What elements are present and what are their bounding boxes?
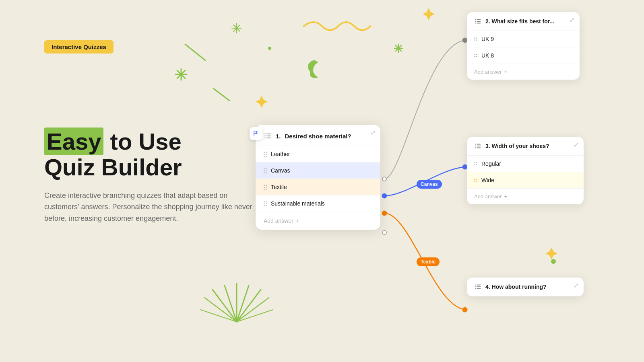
svg-rect-54 xyxy=(475,288,476,289)
hero-highlight: Easy xyxy=(44,128,103,155)
add-icon-q2: + xyxy=(504,69,508,75)
answer-leather-wrapper: Leather xyxy=(256,146,380,162)
expand-button[interactable]: ⤢ xyxy=(370,129,376,136)
add-answer-q3[interactable]: Add answer + xyxy=(467,189,584,204)
svg-line-9 xyxy=(185,44,205,60)
add-icon-q3: + xyxy=(504,193,508,200)
list-icon-q2 xyxy=(474,18,481,25)
panel-answer-wide[interactable]: Wide xyxy=(467,172,584,189)
svg-rect-44 xyxy=(475,144,476,145)
svg-rect-34 xyxy=(264,136,266,136)
quiz-card-header: 1. Desired shoe material? xyxy=(256,125,380,146)
add-answer-main[interactable]: Add answer + xyxy=(256,212,380,230)
textile-connection-label: Textile xyxy=(417,257,440,266)
svg-line-23 xyxy=(237,310,273,322)
panel-question-2: 2. What size fits best for... xyxy=(485,18,554,25)
svg-line-21 xyxy=(237,298,269,322)
add-answer-q3-label: Add answer xyxy=(474,193,502,200)
drag-handle-uk8 xyxy=(474,54,477,57)
svg-line-18 xyxy=(237,286,249,322)
svg-rect-38 xyxy=(475,19,476,20)
svg-line-14 xyxy=(396,45,401,51)
quiz-card-main: ⤢ 1. Desired shoe material? Leather Canv… xyxy=(256,125,380,230)
svg-line-19 xyxy=(237,290,261,322)
svg-rect-32 xyxy=(264,134,266,134)
list-icon xyxy=(264,132,272,140)
svg-line-7 xyxy=(233,25,240,31)
svg-rect-42 xyxy=(475,23,476,24)
flag-icon xyxy=(250,127,262,140)
add-answer-q2-label: Add answer xyxy=(474,69,502,75)
interactive-quizzes-badge: Interactive Quizzes xyxy=(44,40,114,53)
answer-canvas-wrapper: Canvas xyxy=(256,162,380,179)
svg-rect-33 xyxy=(266,134,271,134)
svg-rect-48 xyxy=(475,148,476,148)
svg-rect-49 xyxy=(477,148,481,148)
panel-question-3: 3. Width of your shoes? xyxy=(485,143,549,149)
answer-uk9-label: UK 9 xyxy=(481,36,494,42)
svg-rect-52 xyxy=(475,286,476,287)
canvas-connection-label: Canvas xyxy=(417,180,442,189)
expand-button-q3[interactable]: ⤢ xyxy=(574,141,579,148)
svg-line-20 xyxy=(204,298,237,322)
answer-regular-label: Regular xyxy=(481,160,501,167)
panel-answer-uk8[interactable]: UK 8 xyxy=(467,47,580,64)
add-icon: + xyxy=(296,218,299,224)
panel-question-4: 4. How about running? xyxy=(485,284,547,290)
list-icon-q3 xyxy=(474,142,481,150)
svg-rect-45 xyxy=(477,144,481,145)
drag-handle-wide xyxy=(474,179,477,182)
svg-rect-39 xyxy=(477,19,481,20)
svg-point-30 xyxy=(462,307,467,312)
answer-textile-wrapper: Textile xyxy=(256,179,380,195)
expand-button-q2[interactable]: ⤢ xyxy=(570,16,575,24)
svg-rect-41 xyxy=(477,21,481,22)
svg-rect-36 xyxy=(264,138,266,138)
panel-answer-uk9[interactable]: UK 9 xyxy=(467,31,580,47)
drag-handle-leather xyxy=(264,152,267,157)
svg-rect-35 xyxy=(266,136,271,136)
svg-line-22 xyxy=(200,310,237,322)
svg-point-29 xyxy=(382,211,387,216)
svg-line-6 xyxy=(233,25,240,31)
panel-header-q2: 2. What size fits best for... xyxy=(467,12,580,31)
svg-rect-46 xyxy=(475,146,476,146)
answer-sustainable[interactable]: Sustainable materials xyxy=(256,195,380,212)
panel-answer-regular[interactable]: Regular xyxy=(467,156,584,172)
svg-line-15 xyxy=(213,290,237,322)
answer-leather[interactable]: Leather xyxy=(256,146,380,162)
expand-button-q4[interactable]: ⤢ xyxy=(574,282,579,289)
svg-rect-40 xyxy=(475,21,476,22)
answer-leather-label: Leather xyxy=(271,151,290,157)
svg-line-13 xyxy=(396,45,401,51)
quiz-question-1-text: Desired shoe material? xyxy=(285,133,351,140)
svg-rect-37 xyxy=(266,138,271,138)
svg-rect-51 xyxy=(477,285,481,286)
svg-rect-47 xyxy=(477,146,481,146)
hero-description: Create interactive branching quizzes tha… xyxy=(44,190,254,224)
panel-header-q4: 4. How about running? xyxy=(467,278,584,296)
drag-handle-textile xyxy=(264,185,267,190)
answer-textile-label: Textile xyxy=(271,184,287,190)
panel-card-q3: ⤢ 3. Width of your shoes? Regular Wide A… xyxy=(467,137,584,204)
drag-handle-sustainable xyxy=(264,201,267,206)
answer-canvas[interactable]: Canvas xyxy=(256,162,380,179)
quiz-question-1: 1. xyxy=(276,133,281,140)
hero-title: Easy to UseQuiz Builder xyxy=(44,129,254,180)
svg-point-8 xyxy=(268,47,271,50)
panel-card-q4: ⤢ 4. How about running? xyxy=(467,278,584,296)
svg-line-2 xyxy=(177,70,185,78)
drag-handle-uk9 xyxy=(474,37,477,41)
svg-rect-43 xyxy=(477,23,481,24)
add-answer-label: Add answer xyxy=(264,218,293,224)
add-answer-q2[interactable]: Add answer + xyxy=(467,64,580,80)
answer-sustainable-wrapper: Sustainable materials xyxy=(256,195,380,212)
drag-handle-canvas xyxy=(264,168,267,173)
hero-section: Easy to UseQuiz Builder Create interacti… xyxy=(44,129,254,224)
drag-handle-regular xyxy=(474,162,477,165)
panel-header-q3: 3. Width of your shoes? xyxy=(467,137,584,156)
answer-sustainable-label: Sustainable materials xyxy=(271,200,325,207)
list-icon-q4 xyxy=(474,283,481,290)
answer-textile[interactable]: Textile xyxy=(256,179,380,195)
svg-rect-55 xyxy=(477,288,481,289)
